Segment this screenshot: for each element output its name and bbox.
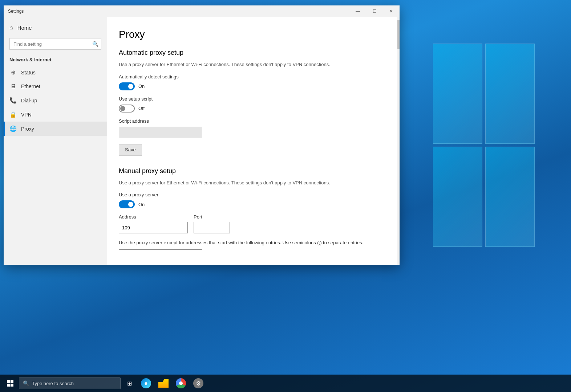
exceptions-input[interactable]: [119, 249, 202, 265]
sidebar-item-vpn[interactable]: 🔒 VPN: [4, 107, 107, 122]
address-field-group: Address: [119, 214, 188, 233]
address-port-row: Address Port: [119, 214, 385, 233]
sidebar-section-title: Network & Internet: [4, 53, 107, 65]
use-proxy-label: Use a proxy server: [119, 192, 385, 197]
taskbar-app-chrome[interactable]: [173, 375, 189, 391]
address-label: Address: [119, 214, 188, 220]
home-icon: ⌂: [9, 24, 13, 31]
windows-logo: [433, 44, 535, 247]
script-address-input[interactable]: [119, 127, 202, 138]
minimize-button[interactable]: —: [349, 5, 366, 17]
maximize-button[interactable]: ☐: [366, 5, 383, 17]
main-content: Proxy Automatic proxy setup Use a proxy …: [107, 17, 400, 265]
taskbar-search[interactable]: 🔍 Type here to search: [19, 377, 121, 389]
taskbar-app-edge[interactable]: e: [138, 375, 154, 391]
sidebar-item-label-vpn: VPN: [21, 112, 32, 118]
automatic-section-desc: Use a proxy server for Ethernet or Wi-Fi…: [119, 61, 385, 68]
proxy-icon: 🌐: [9, 125, 17, 132]
sidebar: ⌂ Home 🔍 Network & Internet ⊕ Status 🖥 E…: [4, 17, 107, 265]
task-view-icon: ⊞: [127, 380, 132, 387]
auto-detect-state: On: [138, 83, 145, 89]
window-controls: — ☐ ✕: [349, 5, 400, 17]
setup-script-toggle[interactable]: [119, 105, 135, 113]
search-box[interactable]: 🔍: [9, 38, 101, 50]
svg-rect-2: [7, 384, 10, 387]
taskbar-app-settings[interactable]: ⚙: [190, 375, 206, 391]
svg-rect-3: [11, 384, 13, 387]
close-button[interactable]: ✕: [383, 5, 400, 17]
svg-rect-1: [11, 380, 13, 383]
taskbar: 🔍 Type here to search ⊞ e ⚙: [0, 375, 571, 392]
window-title: Settings: [8, 9, 24, 14]
manual-section-desc: Use a proxy server for Ethernet or Wi-Fi…: [119, 179, 385, 187]
save-button[interactable]: Save: [119, 144, 142, 156]
sidebar-item-home[interactable]: ⌂ Home: [4, 20, 107, 35]
auto-detect-toggle[interactable]: [119, 82, 135, 90]
manual-section: Manual proxy setup Use a proxy server fo…: [119, 167, 385, 265]
exceptions-desc: Use the proxy server except for addresse…: [119, 239, 385, 246]
sidebar-item-proxy[interactable]: 🌐 Proxy: [4, 122, 107, 136]
taskbar-search-text: Type here to search: [32, 381, 74, 386]
search-input[interactable]: [9, 38, 101, 50]
status-icon: ⊕: [9, 69, 17, 76]
explorer-icon: [158, 379, 169, 388]
sidebar-item-status[interactable]: ⊕ Status: [4, 65, 107, 79]
dialup-icon: 📞: [9, 97, 17, 104]
scrollbar-track: [397, 17, 400, 265]
setup-script-state: Off: [138, 106, 145, 111]
title-bar: Settings — ☐ ✕: [4, 5, 400, 17]
use-proxy-state: On: [138, 202, 145, 207]
setup-script-label: Use setup script: [119, 96, 385, 102]
home-label: Home: [17, 25, 32, 31]
script-address-row: Script address: [119, 118, 385, 138]
auto-detect-label: Automatically detect settings: [119, 74, 385, 79]
auto-detect-row: On: [119, 82, 385, 90]
page-title: Proxy: [119, 29, 385, 40]
automatic-section-title: Automatic proxy setup: [119, 49, 385, 57]
taskbar-search-icon: 🔍: [23, 380, 29, 386]
start-button[interactable]: [3, 376, 17, 391]
task-view-button[interactable]: ⊞: [122, 376, 137, 391]
port-input[interactable]: [194, 222, 230, 233]
sidebar-item-label-proxy: Proxy: [21, 126, 34, 132]
vpn-icon: 🔒: [9, 111, 17, 118]
taskbar-app-explorer[interactable]: [155, 375, 171, 391]
search-icon: 🔍: [92, 41, 98, 47]
window-body: ⌂ Home 🔍 Network & Internet ⊕ Status 🖥 E…: [4, 17, 400, 265]
ethernet-icon: 🖥: [9, 83, 17, 90]
sidebar-item-label-ethernet: Ethernet: [21, 83, 40, 89]
edge-icon: e: [141, 378, 151, 388]
sidebar-item-label-status: Status: [21, 70, 36, 75]
script-address-label: Script address: [119, 118, 385, 124]
manual-section-title: Manual proxy setup: [119, 167, 385, 175]
chrome-icon: [176, 378, 186, 388]
port-label: Port: [194, 214, 230, 220]
setup-script-row: Off: [119, 105, 385, 113]
address-input[interactable]: [119, 222, 188, 233]
sidebar-item-dialup[interactable]: 📞 Dial-up: [4, 93, 107, 107]
settings-window: Settings — ☐ ✕ ⌂ Home 🔍 Network & Intern…: [4, 5, 400, 265]
scrollbar-thumb[interactable]: [397, 20, 400, 49]
sidebar-item-label-dialup: Dial-up: [21, 98, 37, 103]
settings-app-icon: ⚙: [193, 378, 203, 388]
use-proxy-row: On: [119, 200, 385, 208]
port-field-group: Port: [194, 214, 230, 233]
sidebar-item-ethernet[interactable]: 🖥 Ethernet: [4, 79, 107, 93]
svg-rect-0: [7, 380, 10, 383]
use-proxy-toggle[interactable]: [119, 200, 135, 208]
